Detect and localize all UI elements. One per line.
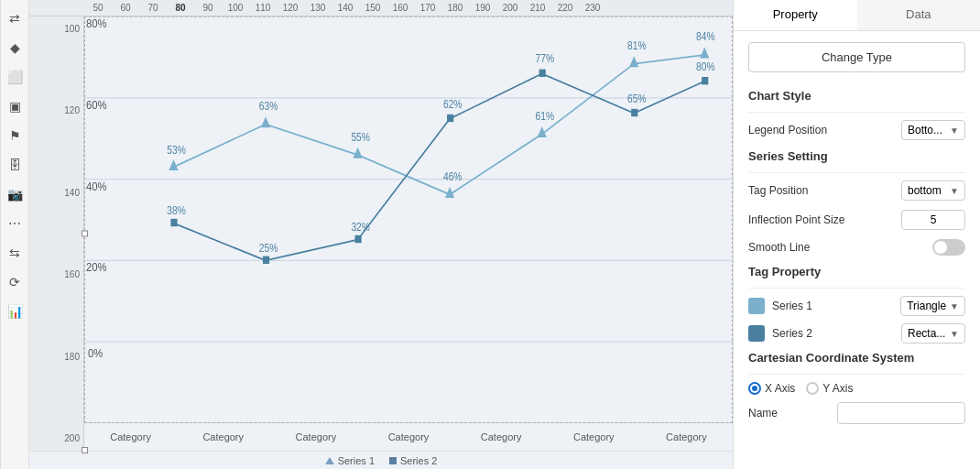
svg-text:38%: 38% <box>167 204 186 216</box>
legend-position-value: Botto... <box>908 124 942 136</box>
series1-color-swatch[interactable] <box>748 298 765 314</box>
svg-rect-23 <box>631 109 637 116</box>
svg-text:46%: 46% <box>443 170 463 182</box>
ruler-tick: 50 <box>84 3 112 13</box>
tag-position-select[interactable]: bottom ▼ <box>901 180 965 201</box>
tag-position-row: Tag Position bottom ▼ <box>748 180 965 201</box>
inflection-row: Inflection Point Size <box>748 210 965 230</box>
toolbar-bookmark-icon[interactable]: ⚑ <box>4 125 26 147</box>
tag-position-value: bottom <box>908 184 942 197</box>
ruler-tick: 210 <box>524 3 551 13</box>
ruler-tick: 220 <box>551 3 579 13</box>
ruler-left-tick: 140 <box>33 188 80 198</box>
tag-position-arrow: ▼ <box>950 186 959 196</box>
panel-content: Change Type Chart Style Legend Position … <box>734 31 980 469</box>
svg-marker-13 <box>353 147 362 158</box>
svg-text:80%: 80% <box>696 60 715 72</box>
name-input[interactable] <box>837 402 965 424</box>
ruler-tick: 190 <box>469 3 496 13</box>
svg-text:80%: 80% <box>86 16 107 30</box>
smooth-line-toggle[interactable] <box>932 239 965 256</box>
series2-shape-select[interactable]: Recta... ▼ <box>901 323 965 344</box>
ruler-tick: 160 <box>387 3 414 13</box>
category-label: Category <box>640 431 733 442</box>
toolbar-image-icon[interactable]: ⬜ <box>4 66 26 88</box>
series1-tag-row: Series 1 Triangle ▼ <box>748 296 965 316</box>
chart-legend: Series 1 Series 2 <box>29 451 733 469</box>
inflection-input[interactable] <box>901 210 965 230</box>
name-label: Name <box>748 407 778 420</box>
series2-color-swatch[interactable] <box>748 325 765 342</box>
axis-radio-group: X Axis Y Axis <box>748 382 965 395</box>
svg-text:81%: 81% <box>627 39 647 51</box>
toolbar-link-icon[interactable]: ⇆ <box>4 242 26 264</box>
inflection-label: Inflection Point Size <box>748 213 844 226</box>
x-axis-radio[interactable] <box>748 382 761 395</box>
chart-ruler-top: 50 60 70 80 90 100 110 120 130 140 150 1… <box>29 0 733 16</box>
series1-shape-select[interactable]: Triangle ▼ <box>900 296 965 316</box>
svg-text:53%: 53% <box>167 144 186 156</box>
toolbar-database-icon[interactable]: 🗄 <box>4 154 26 176</box>
series1-shape-value: Triangle <box>907 300 946 312</box>
change-type-button[interactable]: Change Type <box>748 42 965 72</box>
ruler-tick: 100 <box>222 3 249 13</box>
tab-property[interactable]: Property <box>734 0 857 30</box>
chart-main[interactable]: 80% 60% 40% 20% 0% <box>84 16 733 451</box>
toolbar-chart-icon[interactable]: 📊 <box>4 300 26 322</box>
legend-series2-label: Series 2 <box>400 455 437 466</box>
legend-series1-label: Series 1 <box>338 455 375 466</box>
series1-tag-label: Series 1 <box>772 300 893 312</box>
ruler-left-tick: 120 <box>33 105 80 115</box>
y-axis-radio-item[interactable]: Y Axis <box>806 382 853 395</box>
svg-text:0%: 0% <box>88 346 103 360</box>
legend-position-select[interactable]: Botto... ▼ <box>901 120 965 140</box>
tab-data[interactable]: Data <box>857 0 981 30</box>
ruler-left-tick: 100 <box>33 24 80 34</box>
svg-rect-19 <box>263 256 269 264</box>
svg-text:20%: 20% <box>86 261 107 275</box>
svg-marker-12 <box>261 116 270 127</box>
series-setting-title: Series Setting <box>748 149 965 163</box>
toolbar-layers-icon[interactable]: ▣ <box>4 95 26 117</box>
series2-tag-label: Series 2 <box>772 327 894 340</box>
legend-position-label: Legend Position <box>748 124 827 136</box>
legend-position-row: Legend Position Botto... ▼ <box>748 120 965 140</box>
smooth-line-row: Smooth Line <box>748 239 965 256</box>
x-axis-radio-item[interactable]: X Axis <box>748 382 795 395</box>
y-axis-label: Y Axis <box>822 382 853 395</box>
svg-text:32%: 32% <box>351 221 370 233</box>
category-label: Category <box>177 431 269 442</box>
ruler-tick: 70 <box>139 3 167 13</box>
svg-text:62%: 62% <box>443 98 463 110</box>
toolbar-grid-icon[interactable]: ⋯ <box>4 213 26 234</box>
toolbar-fill-icon[interactable]: ◆ <box>4 37 26 59</box>
divider <box>748 172 965 173</box>
ruler-tick: 180 <box>441 3 469 13</box>
svg-text:61%: 61% <box>536 110 555 122</box>
ruler-left-tick: 160 <box>33 269 80 279</box>
legend-position-arrow: ▼ <box>950 125 959 136</box>
x-axis-radio-dot <box>752 386 757 391</box>
ruler-tick: 150 <box>359 3 387 13</box>
svg-text:63%: 63% <box>259 100 278 112</box>
panel-tabs: Property Data <box>734 0 980 31</box>
toolbar-history-icon[interactable]: ⟳ <box>4 271 26 293</box>
svg-marker-16 <box>629 56 638 67</box>
chart-style-title: Chart Style <box>748 89 965 103</box>
divider <box>748 374 965 375</box>
ruler-tick: 170 <box>414 3 441 13</box>
svg-rect-22 <box>539 70 546 77</box>
ruler-tick: 110 <box>249 3 277 13</box>
left-toolbar: ⇄ ◆ ⬜ ▣ ⚑ 🗄 📷 ⋯ ⇆ ⟳ 📊 <box>0 0 29 469</box>
chart-body: 100 120 140 160 180 200 80% <box>29 16 733 451</box>
chart-categories: Category Category Category Category Cate… <box>84 423 733 451</box>
chart-ruler-left: 100 120 140 160 180 200 <box>29 16 84 451</box>
series2-shape-arrow: ▼ <box>950 329 959 339</box>
ruler-tick: 130 <box>304 3 332 13</box>
toolbar-expand-icon[interactable]: ⇄ <box>4 7 26 29</box>
toolbar-image2-icon[interactable]: 📷 <box>4 183 26 205</box>
ruler-tick: 230 <box>579 3 606 13</box>
category-label: Category <box>84 431 177 442</box>
y-axis-radio[interactable] <box>806 382 819 395</box>
category-label: Category <box>362 431 454 442</box>
